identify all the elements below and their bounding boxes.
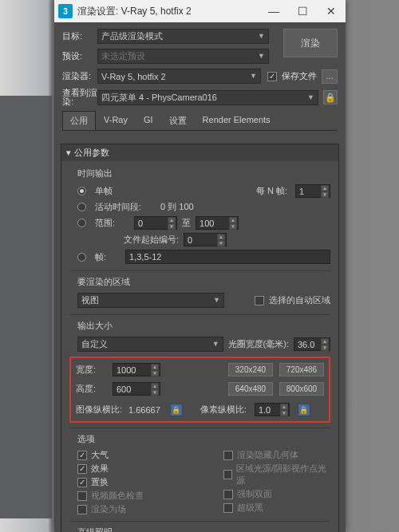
single-frame-label: 单帧 xyxy=(95,185,113,197)
auto-region-label: 选择的自动区域 xyxy=(269,294,330,306)
render-button[interactable]: 渲染 xyxy=(283,29,338,57)
target-select[interactable]: 产品级渲染模式▼ xyxy=(97,29,269,44)
aperture-label: 光圈宽度(毫米): xyxy=(228,338,289,350)
option-checkbox[interactable] xyxy=(77,464,87,474)
pixel-aspect-label: 像素纵横比: xyxy=(200,404,247,416)
file-start-label: 文件起始编号: xyxy=(124,234,179,246)
option-checkbox[interactable] xyxy=(223,470,233,479)
view-select[interactable]: 四元菜单 4 - PhysCamera016▼ xyxy=(97,90,318,105)
range-label: 范围: xyxy=(95,217,115,229)
range-to-label: 至 xyxy=(182,217,191,229)
chevron-down-icon: ▼ xyxy=(258,32,265,40)
single-frame-radio[interactable] xyxy=(77,187,86,195)
adv-lighting-title: 高级照明 xyxy=(77,526,330,532)
pixel-aspect-lock[interactable]: 🔒 xyxy=(298,404,310,416)
titlebar: 3 渲染设置: V-Ray 5, hotfix 2 — ☐ ✕ xyxy=(54,0,346,22)
lock-icon: 🔒 xyxy=(172,406,180,414)
every-n-label: 每 N 帧: xyxy=(256,185,287,197)
preset-800x600[interactable]: 800x600 xyxy=(279,382,324,396)
aperture-spinner[interactable]: 36.0▲▼ xyxy=(294,337,330,351)
option-label: 超级黑 xyxy=(237,502,263,514)
every-n-spinner[interactable]: 1▲▼ xyxy=(295,184,330,198)
output-size-select[interactable]: 自定义▼ xyxy=(77,337,223,352)
tabs: 公用 V-Ray GI 设置 Render Elements xyxy=(62,111,338,131)
image-aspect-value: 1.66667 xyxy=(128,405,160,415)
frames-label: 帧: xyxy=(95,251,106,263)
lock-icon: 🔒 xyxy=(325,93,336,103)
tab-render-elements[interactable]: Render Elements xyxy=(195,111,279,130)
frames-input[interactable]: 1,3,5-12 xyxy=(125,250,330,264)
image-aspect-label: 图像纵横比: xyxy=(76,404,122,416)
size-highlight-box: 宽度: 1000▲▼ 320x240 720x486 高度: 600▲▼ 640… xyxy=(69,357,330,423)
close-button[interactable]: ✕ xyxy=(317,0,346,22)
range-to-spinner[interactable]: 100▲▼ xyxy=(196,216,239,230)
options-right-col: 渲染隐藏几何体区域光源/阴影视作点光源强制双面超级黑 xyxy=(223,448,331,516)
active-segment-radio[interactable] xyxy=(77,203,86,211)
common-params-header[interactable]: ▾ 公用参数 xyxy=(61,144,338,161)
common-params-panel: ▾ 公用参数 时间输出 单帧 每 N 帧: 1▲▼ 活动时间段: 0 到 100… xyxy=(61,144,339,532)
options-title: 选项 xyxy=(77,433,330,445)
option-label: 视频颜色检查 xyxy=(91,490,144,502)
panel-title: 公用参数 xyxy=(74,147,109,159)
app-icon: 3 xyxy=(58,4,73,18)
chevron-down-icon: ▾ xyxy=(66,148,71,158)
window-title: 渲染设置: V-Ray 5, hotfix 2 xyxy=(77,5,259,18)
option-checkbox[interactable] xyxy=(77,451,87,460)
option-label: 渲染为场 xyxy=(91,503,126,515)
range-from-spinner[interactable]: 0▲▼ xyxy=(134,216,177,230)
render-settings-dialog: 3 渲染设置: V-Ray 5, hotfix 2 — ☐ ✕ 目标: 产品级渲… xyxy=(54,0,346,532)
renderer-label: 渲染器: xyxy=(62,70,97,82)
tab-vray[interactable]: V-Ray xyxy=(96,111,136,130)
save-file-checkbox[interactable] xyxy=(267,72,277,81)
option-checkbox[interactable] xyxy=(77,491,87,501)
save-file-label: 保存文件 xyxy=(282,70,317,82)
option-checkbox[interactable] xyxy=(223,503,233,513)
width-label: 宽度: xyxy=(76,364,108,376)
option-label: 渲染隐藏几何体 xyxy=(237,449,298,461)
option-label: 效果 xyxy=(91,463,109,475)
option-checkbox[interactable] xyxy=(223,451,233,460)
option-checkbox[interactable] xyxy=(77,478,87,487)
render-area-select[interactable]: 视图▼ xyxy=(77,293,224,308)
option-checkbox[interactable] xyxy=(77,505,87,514)
tab-gi[interactable]: GI xyxy=(136,111,161,130)
minimize-button[interactable]: — xyxy=(259,0,288,22)
auto-region-checkbox[interactable] xyxy=(255,296,264,305)
file-start-spinner[interactable]: 0▲▼ xyxy=(184,233,227,246)
chevron-down-icon: ▼ xyxy=(250,72,257,80)
render-area-title: 要渲染的区域 xyxy=(77,276,330,288)
view-lock-button[interactable]: 🔒 xyxy=(323,90,338,104)
width-spinner[interactable]: 1000▲▼ xyxy=(113,363,160,376)
range-radio[interactable] xyxy=(77,219,86,227)
time-output-title: 时间输出 xyxy=(77,167,330,179)
top-controls: 目标: 产品级渲染模式▼ 预设: 未选定预设▼ 渲染 渲染器: V-Ray 5,… xyxy=(54,22,346,139)
tab-common[interactable]: 公用 xyxy=(62,111,96,130)
target-label: 目标: xyxy=(62,30,97,42)
renderer-select[interactable]: V-Ray 5, hotfix 2▼ xyxy=(97,69,261,84)
preset-320x240[interactable]: 320x240 xyxy=(228,363,273,376)
frames-radio[interactable] xyxy=(77,253,86,262)
chevron-down-icon: ▼ xyxy=(213,296,220,304)
option-label: 区域光源/阴影视作点光源 xyxy=(236,463,330,487)
height-label: 高度: xyxy=(76,383,108,395)
height-spinner[interactable]: 600▲▼ xyxy=(113,382,160,396)
option-label: 强制双面 xyxy=(237,488,272,500)
preset-select[interactable]: 未选定预设▼ xyxy=(97,49,269,64)
chevron-down-icon: ▼ xyxy=(212,340,219,348)
option-label: 大气 xyxy=(91,449,109,461)
image-aspect-lock[interactable]: 🔒 xyxy=(170,404,183,416)
preset-label: 预设: xyxy=(62,50,97,62)
preset-640x480[interactable]: 640x480 xyxy=(228,382,273,396)
pixel-aspect-spinner[interactable]: 1.0▲▼ xyxy=(255,403,290,416)
options-left-col: 大气效果置换视频颜色检查渲染为场 xyxy=(77,448,185,516)
active-segment-value: 0 到 100 xyxy=(160,201,194,213)
tab-settings[interactable]: 设置 xyxy=(161,111,195,130)
maximize-button[interactable]: ☐ xyxy=(288,0,317,22)
save-file-browse-button[interactable]: … xyxy=(322,69,338,84)
preset-720x486[interactable]: 720x486 xyxy=(279,363,324,376)
chevron-down-icon: ▼ xyxy=(258,52,265,60)
option-label: 置换 xyxy=(91,476,109,488)
option-checkbox[interactable] xyxy=(223,490,233,499)
view-label: 查看到渲染: xyxy=(62,89,97,106)
active-segment-label: 活动时间段: xyxy=(95,201,141,213)
